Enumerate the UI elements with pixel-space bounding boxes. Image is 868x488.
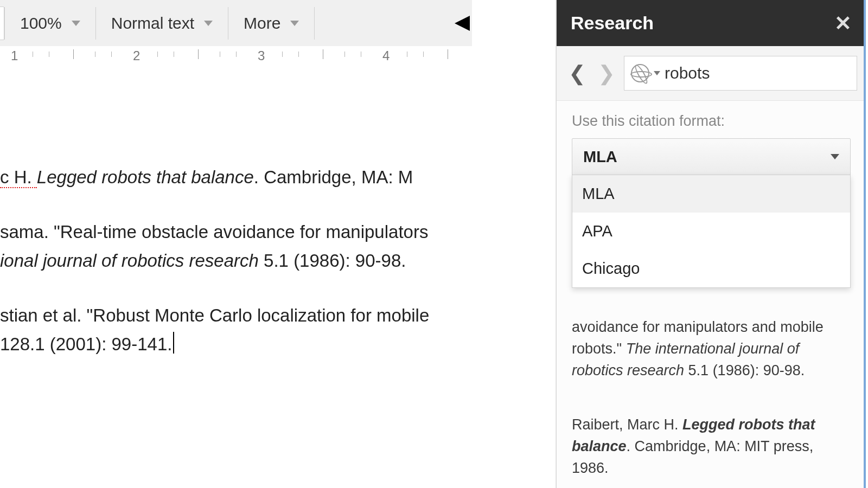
overflow-icon bbox=[455, 16, 470, 31]
chevron-down-icon bbox=[290, 21, 299, 26]
doc-text: 128.1 (2001): 99-141. bbox=[0, 334, 172, 354]
document-paragraph[interactable]: sama. "Real-time obstacle avoidance for … bbox=[0, 217, 472, 275]
citation-option-chicago[interactable]: Chicago bbox=[572, 250, 850, 287]
zoom-value: 100% bbox=[20, 14, 62, 33]
text-cursor bbox=[173, 332, 174, 354]
more-toolbar-dropdown[interactable]: More bbox=[228, 14, 314, 33]
doc-text: c H. bbox=[0, 167, 37, 188]
research-panel-header: Research ✕ bbox=[557, 0, 866, 46]
toolbar-edge-button[interactable] bbox=[0, 7, 4, 40]
doc-text: ional journal of robotics research bbox=[0, 251, 259, 271]
doc-text: . Cambridge, MA: M bbox=[254, 167, 413, 187]
document-paragraph[interactable]: c H. Legged robots that balance. Cambrid… bbox=[0, 163, 472, 191]
research-panel-body: Use this citation format: MLA MLA APA Ch… bbox=[557, 101, 866, 479]
ruler-mark: 1 bbox=[11, 48, 18, 63]
citation-option-mla[interactable]: MLA bbox=[572, 175, 850, 213]
research-search-input[interactable]: robots bbox=[624, 56, 857, 91]
document-paragraph[interactable]: stian et al. "Robust Monte Carlo localiz… bbox=[0, 301, 472, 358]
scholar-icon bbox=[631, 64, 649, 82]
result-text: 5.1 (1986): 90-98. bbox=[684, 362, 805, 378]
research-result[interactable]: Raibert, Marc H. Legged robots that bala… bbox=[572, 414, 851, 479]
more-label: More bbox=[244, 14, 280, 33]
paragraph-style-dropdown[interactable]: Normal text bbox=[96, 14, 228, 33]
ruler-mark: 3 bbox=[258, 48, 265, 63]
citation-format-menu: MLA APA Chicago bbox=[572, 175, 851, 288]
nav-back-button[interactable]: ❮ bbox=[565, 59, 589, 87]
horizontal-ruler[interactable]: 1 2 3 4 bbox=[0, 46, 472, 68]
chevron-down-icon bbox=[204, 21, 213, 26]
citation-format-selected: MLA bbox=[583, 148, 617, 166]
panel-title: Research bbox=[571, 12, 654, 34]
result-text: Raibert, Marc H. bbox=[572, 416, 682, 433]
chevron-down-icon bbox=[831, 154, 839, 159]
research-search-bar: ❮ ❯ robots bbox=[557, 46, 866, 101]
ruler-mark: 2 bbox=[133, 48, 140, 63]
formatting-toolbar: 100% Normal text More bbox=[0, 0, 472, 47]
citation-format-dropdown[interactable]: MLA MLA APA Chicago bbox=[572, 138, 851, 175]
paragraph-style-value: Normal text bbox=[111, 14, 194, 33]
doc-text: sama. "Real-time obstacle avoidance for … bbox=[0, 222, 428, 242]
chevron-down-icon[interactable] bbox=[654, 71, 660, 75]
research-result[interactable]: avoidance for manipulators and mobile ro… bbox=[572, 316, 851, 381]
citation-format-label: Use this citation format: bbox=[572, 113, 851, 130]
doc-text: stian et al. "Robust Monte Carlo localiz… bbox=[0, 305, 429, 325]
doc-text: 5.1 (1986): 90-98. bbox=[259, 251, 406, 271]
doc-text: Legged robots that balance bbox=[37, 167, 254, 187]
panel-scrollbar[interactable] bbox=[864, 0, 866, 488]
chevron-down-icon bbox=[72, 21, 80, 26]
research-panel: Research ✕ ❮ ❯ robots Use this citation … bbox=[556, 0, 866, 488]
close-icon[interactable]: ✕ bbox=[834, 11, 852, 35]
zoom-dropdown[interactable]: 100% bbox=[5, 14, 95, 33]
nav-forward-button[interactable]: ❯ bbox=[595, 59, 618, 87]
citation-option-apa[interactable]: APA bbox=[572, 213, 850, 250]
search-term: robots bbox=[665, 64, 710, 82]
document-canvas[interactable]: c H. Legged robots that balance. Cambrid… bbox=[0, 68, 472, 488]
ruler-mark: 4 bbox=[382, 48, 390, 63]
